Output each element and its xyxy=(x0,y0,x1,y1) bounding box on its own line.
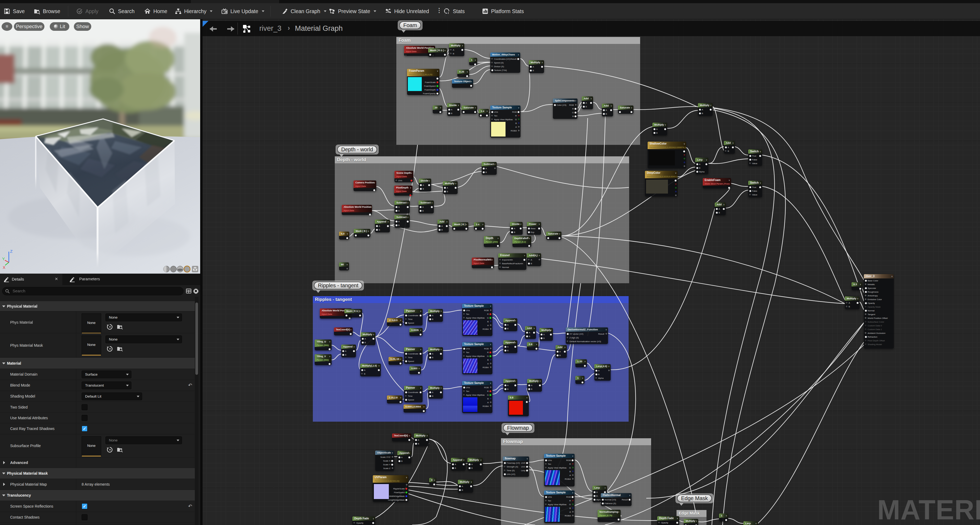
svg-text:Y: Y xyxy=(2,257,5,261)
svg-text:i: i xyxy=(448,11,449,14)
svg-text:Z: Z xyxy=(10,249,13,254)
svg-text:X: X xyxy=(3,265,5,270)
